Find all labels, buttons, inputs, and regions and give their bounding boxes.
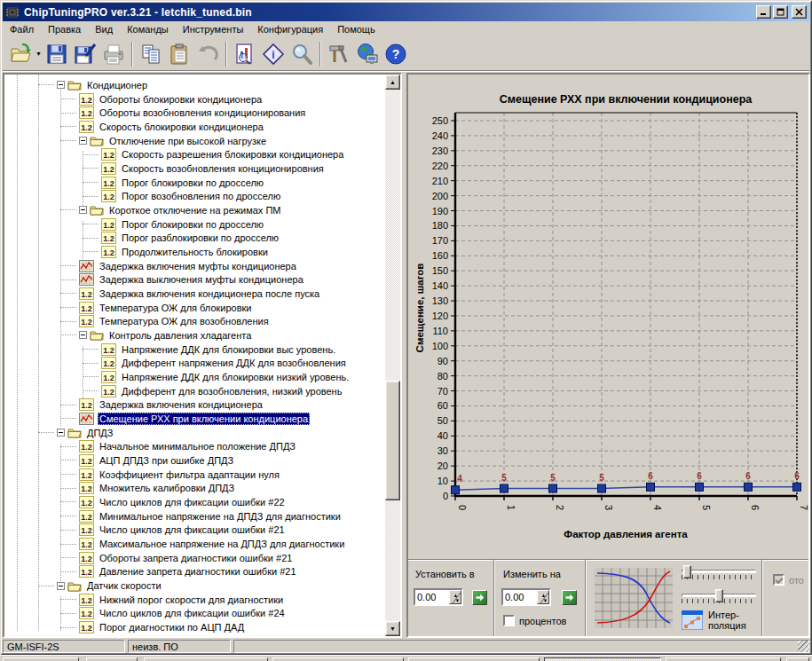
collapse-minus-icon[interactable] [79,137,87,145]
overlay-checkbox[interactable] [773,574,784,586]
tree-item[interactable]: 1.2Порог разблокировки по дросселю [4,231,385,245]
taskbar-button[interactable] [3,657,79,661]
collapse-minus-icon[interactable] [79,331,87,339]
save-as-button[interactable] [71,40,99,68]
taskbar-button[interactable] [144,657,268,661]
tree-item[interactable]: 1.2Число циклов для фиксации ошибки #22 [4,495,385,509]
tree-item[interactable]: 1.2Обороты возобновления кондиционирован… [4,106,385,120]
set-to-input[interactable] [415,590,449,604]
tree-item[interactable]: 1.2Продолжительность блокировки [4,245,385,259]
tree-item[interactable]: 1.2Скорость блокировки кондиционера [4,120,385,134]
menu-file[interactable]: Файл [3,22,41,36]
taskbar-button[interactable] [786,657,809,661]
print-button[interactable] [99,40,128,68]
collapse-minus-icon[interactable] [57,429,65,437]
apply-change-button[interactable] [562,590,577,605]
tree-item[interactable]: ДПДЗ [4,426,385,440]
tree-item[interactable]: 1.2Порог возобновления по дросселю [4,189,385,203]
tree-item[interactable]: 1.2Задержка включения кондиционера [4,397,385,412]
tree-item[interactable]: 1.2Задержка включения кондиционера после… [4,287,385,301]
minimize-button[interactable] [756,5,771,19]
tree-item[interactable]: 1.2Число циклов для фиксации ошибки #21 [4,523,385,538]
menu-help[interactable]: Помощь [330,22,382,36]
tree-item[interactable]: 1.2Скорость возобновления конциционировн… [4,161,385,176]
tree-item[interactable]: 1.2Нижний порог скорости для диагностики [4,593,385,607]
tree-item[interactable]: 1.2Дифферент для возобновления, низкий у… [4,384,385,398]
close-button[interactable] [792,5,807,19]
menu-edit[interactable]: Правка [41,22,88,36]
apply-set-button[interactable] [472,590,487,605]
collapse-minus-icon[interactable] [57,582,65,590]
tree-item[interactable]: 1.2Множитель калибровки ДПДЗ [4,481,385,495]
tree-item[interactable]: 1.2Порог диагностики по АЦП ДАД [4,620,385,634]
copy-button[interactable] [137,40,165,68]
tree-item[interactable]: 1.2Коэффициент фильтра адаптации нуля [4,468,385,482]
tree-item[interactable]: 1.2Порог блокировки по дросселю [4,176,385,190]
info-button[interactable]: i [259,40,288,68]
percent-checkbox[interactable] [503,615,515,626]
tree-item[interactable]: Задержка выключения муфты кондиционера [4,272,385,287]
tree-item[interactable]: 1.2Максимальное напряжение на ДПДЗ для д… [4,537,385,551]
taskbar-button[interactable] [86,657,138,661]
tree-item[interactable]: Контроль давления хладагента [4,328,385,342]
tree-item[interactable]: Короткое отключение на режимах ПМ [4,203,385,217]
view-report-button[interactable] [231,40,259,68]
scroll-down-icon[interactable]: ▼ [385,621,400,636]
taskbar-button-active[interactable] [544,657,661,661]
tree-item[interactable]: 1.2АЦП ДПДЗ при ошибке ДПДЗ [4,453,385,468]
tree-item[interactable]: 1.2Обороты запрета диагностики ошибки #2… [4,551,385,565]
taskbar-button[interactable] [408,657,540,661]
parameter-chart[interactable]: Смещение РХХ при включении кондиционера … [408,75,808,559]
scroll-up-icon[interactable]: ▲ [385,75,400,90]
smooth-slider-1[interactable] [682,565,756,579]
curves-preview-icon[interactable] [595,568,673,628]
paste-button[interactable] [165,40,193,68]
open-button[interactable] [6,40,35,68]
menu-configuration[interactable]: Конфигурация [250,22,330,36]
network-button[interactable] [353,40,382,68]
set-to-spinner[interactable] [449,590,461,604]
tree-item[interactable]: 1.2Напряжение ДДК для блокировки выс уро… [4,342,385,357]
tree-item[interactable]: 1.2Начальное минимальное положение ДПДЗ [4,439,385,453]
taskbar-button[interactable] [272,657,404,661]
collapse-minus-icon[interactable] [57,81,65,89]
resize-grip[interactable] [798,641,809,652]
set-to-section: Установить в [408,560,494,636]
tree-item[interactable]: 1.2Температура ОЖ для возобновления [4,314,385,328]
interpolation-icon[interactable] [682,610,703,630]
smooth-slider-2[interactable] [682,589,756,603]
tree-item[interactable]: 1.2Порог блокировки по дросселю [4,217,385,232]
title-bar[interactable]: ChipTuningPRO ver.3.21 - letchik_tuned.b… [3,3,809,21]
tree-item[interactable]: 1.2Число циклов для фиксации ошибки #24 [4,607,385,621]
save-button[interactable] [43,40,71,68]
search-button[interactable] [288,40,316,68]
collapse-minus-icon[interactable] [79,206,87,214]
tree-item[interactable]: Датчик скорости [4,578,385,593]
help-button[interactable]: ? [382,40,410,68]
maximize-button[interactable] [773,5,788,19]
tree-item-selected[interactable]: Смещение РХХ при включении кондиционера [4,412,385,426]
tree-item[interactable]: 1.2Обороты блокировки кондиционера [4,92,385,106]
tree-item[interactable]: 1.2Давление запрета диагностики ошибки #… [4,565,385,579]
tree-item[interactable]: 1.2Минимальное напряжение на ДПДЗ для ди… [4,509,385,523]
tree-item[interactable]: Задержка включения муфты кондиционера [4,259,385,273]
tree-item[interactable]: 1.2Скорость разрешения блокировки кондиц… [4,147,385,161]
save-as-icon [74,43,97,66]
menu-commands[interactable]: Команды [120,22,176,36]
change-by-spinner[interactable] [537,590,549,604]
taskbar-button[interactable] [666,657,781,661]
menu-view[interactable]: Вид [88,22,120,36]
tree-scrollbar[interactable]: ▲ ▼ [385,75,400,636]
tree-item[interactable]: 1.2Температура ОЖ для блокировки [4,301,385,315]
tools-button[interactable] [325,40,353,68]
tree-item[interactable]: Отключение при высокой нагрузке [4,134,385,148]
scrollbar-thumb[interactable] [385,381,400,500]
change-by-input[interactable] [503,590,537,604]
tree-item-label: Задержка выключения муфты кондиционера [98,273,305,286]
open-dropdown-icon[interactable]: ▼ [35,40,43,68]
tree-item[interactable]: 1.2Дифферент напряжения ДДК для возобнов… [4,356,385,370]
undo-button[interactable] [193,40,222,68]
tree-item[interactable]: Кондиционер [4,78,385,92]
tree-item[interactable]: 1.2Напряжение ДДК для блокировки низкий … [4,370,385,384]
menu-instruments[interactable]: Инструменты [176,22,251,36]
